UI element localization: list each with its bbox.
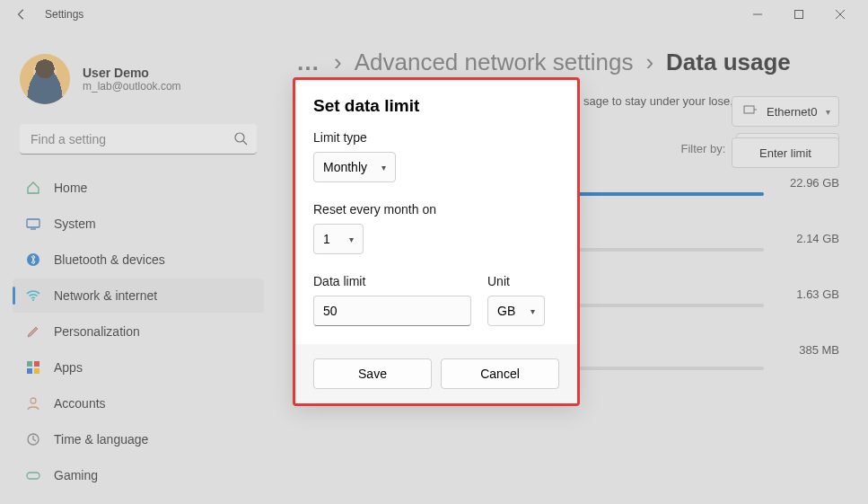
set-data-limit-dialog: Set data limit Limit type Monthly ▾ Rese… <box>293 77 580 406</box>
limit-type-dropdown[interactable]: Monthly ▾ <box>313 152 396 182</box>
reset-day-value: 1 <box>323 232 330 246</box>
limit-type-label: Limit type <box>313 130 559 145</box>
reset-day-dropdown[interactable]: 1 ▾ <box>313 224 364 254</box>
unit-dropdown[interactable]: GB ▾ <box>487 296 545 326</box>
dialog-title: Set data limit <box>313 96 559 116</box>
data-limit-input[interactable] <box>313 296 471 326</box>
chevron-down-icon: ▾ <box>530 306 535 316</box>
unit-value: GB <box>497 304 515 318</box>
reset-day-label: Reset every month on <box>313 202 559 217</box>
data-limit-label: Data limit <box>313 274 471 288</box>
chevron-down-icon: ▾ <box>349 234 354 244</box>
chevron-down-icon: ▾ <box>381 163 386 172</box>
unit-label: Unit <box>487 274 559 288</box>
cancel-button[interactable]: Cancel <box>441 358 559 389</box>
save-button[interactable]: Save <box>313 358 432 389</box>
limit-type-value: Monthly <box>323 160 367 174</box>
